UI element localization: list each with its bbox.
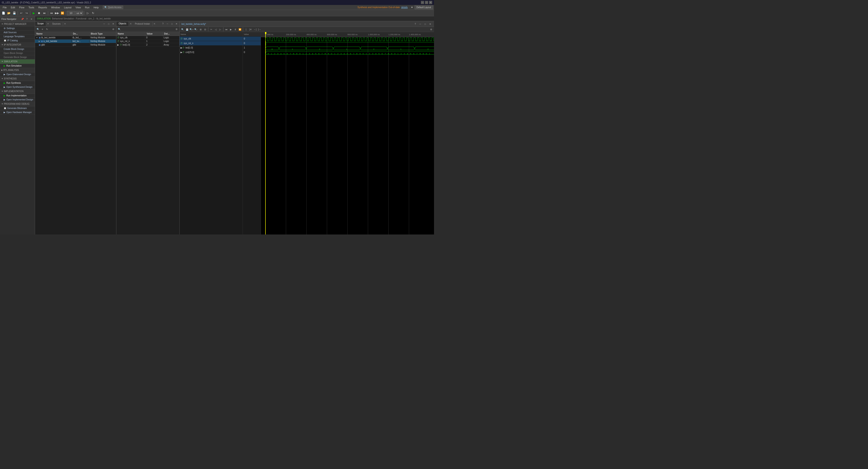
flow-nav-question[interactable]: ? — [25, 17, 29, 21]
table-row[interactable]: ▶ ▣ u_led_twinkle led_tw... Verilog Modu… — [35, 39, 116, 43]
nav-open-synthesized-design[interactable]: ▶ Open Synthesized Design — [0, 85, 35, 89]
scope-settings-btn[interactable]: ⚙ — [111, 27, 115, 31]
signal-row-led[interactable]: ▶ ⏱ led[1:0] — [180, 45, 243, 50]
wave-run-btn[interactable]: ▶ — [229, 27, 233, 31]
objects-tab-close[interactable]: ✕ — [129, 22, 133, 25]
section-ip-integrator-title[interactable]: ▼ IP INTEGRATOR — [0, 43, 35, 47]
flow-nav-close[interactable]: ✕ — [29, 17, 33, 21]
wave-next-btn[interactable]: ▷ — [218, 27, 222, 31]
wave-prev-btn[interactable]: ◁ — [214, 27, 218, 31]
objects-tab[interactable]: Objects — [116, 22, 129, 26]
scope-maximize[interactable]: □ — [106, 22, 111, 26]
nav-run-implementation[interactable]: ▶ Run Implementation — [0, 94, 35, 98]
menu-flow[interactable]: Flow — [18, 6, 26, 9]
signal-row-cnt[interactable]: ▶ ⏱ cnt[25:0] — [180, 50, 243, 55]
wave-zoom-fit-btn[interactable]: ⊞ — [198, 27, 203, 31]
sources-tab-close[interactable]: ✕ — [63, 22, 67, 25]
menu-reports[interactable]: Reports — [37, 6, 49, 9]
nav-ip-catalog[interactable]: 🔲 IP Catalog — [0, 39, 35, 43]
scope-tab-close[interactable]: ✕ — [46, 22, 50, 25]
expand-led-icon[interactable]: ▶ — [117, 43, 119, 46]
objects-question[interactable]: ? — [161, 22, 165, 26]
expand-icon-sub[interactable]: ▶ — [39, 40, 40, 42]
nav-settings[interactable]: ⚙ Settings — [0, 26, 35, 30]
filter-btn[interactable]: ≡ — [40, 27, 44, 31]
default-layout-btn[interactable]: Default Layout — [414, 5, 433, 9]
nav-open-block-design[interactable]: Open Block Design — [0, 51, 35, 55]
scope-close[interactable]: ✕ — [111, 22, 115, 26]
menu-file[interactable]: File — [1, 6, 8, 9]
redo-btn[interactable]: ↪ — [24, 11, 29, 15]
quick-access-box[interactable]: 🔍 Quick Access — [103, 6, 123, 9]
nav-run-synthesis[interactable]: ▶ Run Synthesis — [0, 81, 35, 85]
wave-next-edge-btn[interactable]: |→ — [257, 27, 261, 31]
section-impl-title[interactable]: ▼ IMPLEMENTATION — [0, 89, 35, 94]
nav-open-hardware-manager[interactable]: ▶ Open Hardware Manager — [0, 110, 35, 114]
scope-minimize[interactable]: ─ — [102, 22, 106, 26]
waveform-minimize[interactable]: ─ — [418, 22, 422, 26]
wave-settings-btn[interactable]: ⚙ — [429, 27, 433, 31]
refresh-scope-btn[interactable]: ↻ — [45, 27, 49, 31]
wave-pause-btn[interactable]: ⏸ — [234, 27, 238, 31]
wave-step-fwd-btn[interactable]: ⏩ — [238, 27, 242, 31]
run-time-input[interactable] — [67, 11, 75, 15]
stop-btn[interactable]: ⏹ — [37, 11, 41, 15]
table-row[interactable]: ⏱ sys_clk 0 Logic — [116, 36, 179, 39]
wave-zoom-sel-btn[interactable]: ⊟ — [203, 27, 207, 31]
menu-edit[interactable]: Edit — [9, 6, 17, 9]
nav-generate-bitstream[interactable]: 🔲 Generate Bitstream — [0, 106, 35, 110]
nav-language-templates[interactable]: Language Templates — [0, 35, 35, 39]
wave-zoom-out-btn[interactable]: 🔍- — [194, 27, 198, 31]
section-rtl-title[interactable]: ▶ RTL ANALYSIS — [0, 68, 35, 72]
signal-row-sysclk[interactable]: ⏱ sys_clk — [180, 37, 243, 41]
refresh-btn[interactable]: ↻ — [91, 11, 96, 15]
search-scope-btn[interactable]: 🔍 — [36, 27, 40, 31]
wave-search-btn[interactable]: 🔍 — [181, 27, 185, 31]
wave-zoom-in-btn[interactable]: 🔍+ — [190, 27, 194, 31]
wave-add-marker-btn[interactable]: | — [244, 27, 248, 31]
objects-close[interactable]: ✕ — [175, 22, 179, 26]
step-btn[interactable]: ⏭ — [42, 11, 47, 15]
run-for-btn[interactable]: ▷ — [85, 11, 90, 15]
table-row[interactable]: ▣ glbl glbl Verilog Module — [35, 43, 116, 47]
section-project-manager-title[interactable]: ▼ PROJECT MANAGER — [0, 22, 35, 26]
time-unit-select[interactable]: us ns ps — [75, 11, 83, 15]
new-file-btn[interactable]: 📄 — [1, 11, 6, 15]
restart-btn[interactable]: ⏮ — [49, 11, 54, 15]
menu-help[interactable]: Help — [92, 6, 100, 9]
wave-restart-btn[interactable]: ⏮ — [224, 27, 228, 31]
menu-run[interactable]: Run — [83, 6, 91, 9]
nav-create-block-design[interactable]: Create Block Design — [0, 47, 35, 51]
nav-add-sources[interactable]: Add Sources — [0, 30, 35, 35]
scope-tab[interactable]: Scope — [35, 22, 46, 26]
table-row[interactable]: ▶ ⏱ led[1:0] 2 Array — [116, 43, 179, 47]
wave-save-btn[interactable]: 💾 — [185, 27, 189, 31]
details-link[interactable]: details — [401, 6, 408, 8]
objects-minimize[interactable]: ─ — [165, 22, 169, 26]
table-row[interactable]: ⏱ sys_rst_n 1 Logic — [116, 39, 179, 43]
nav-open-elaborated-design[interactable]: ▶ Open Elaborated Design — [0, 72, 35, 76]
expand-icon[interactable]: ▼ — [36, 37, 38, 39]
nav-run-simulation[interactable]: ▶ Run Simulation — [0, 64, 35, 68]
protocol-tab-close[interactable]: ✕ — [153, 22, 156, 25]
signal-row-sysrstn[interactable]: ⏱ sys_rst_n — [180, 41, 243, 45]
led-expand-icon[interactable]: ▶ — [181, 46, 182, 49]
nav-generate-block-design[interactable]: Generate Block Design — [0, 55, 35, 59]
undo-btn[interactable]: ↩ — [19, 11, 24, 15]
minimize-button[interactable]: ─ — [421, 1, 424, 4]
table-row[interactable]: ▼ ▣ tb_led_twinkle tb_led_... Verilog Mo… — [35, 36, 116, 39]
cnt-expand-icon[interactable]: ▶ — [181, 51, 182, 54]
waveform-close[interactable]: ✕ — [428, 22, 432, 26]
waveform-maximize[interactable]: □ — [423, 22, 427, 26]
section-prog-title[interactable]: ▼ PROGRAM AND DEBUG — [0, 102, 35, 106]
close-button[interactable]: ✕ — [429, 1, 432, 4]
objects-maximize[interactable]: □ — [170, 22, 174, 26]
objects-settings-btn[interactable]: ⚙ — [175, 27, 179, 31]
step-fwd-btn[interactable]: ⏩ — [60, 11, 65, 15]
waveform-traces[interactable] — [261, 32, 434, 234]
save-btn[interactable]: 💾 — [12, 11, 17, 15]
search-objects-btn[interactable]: 🔍 — [117, 27, 121, 31]
menu-layout[interactable]: Layout — [62, 6, 73, 9]
section-simulation-title[interactable]: ▼ SIMULATION — [0, 59, 35, 64]
section-synthesis-title[interactable]: ▼ SYNTHESIS — [0, 76, 35, 81]
